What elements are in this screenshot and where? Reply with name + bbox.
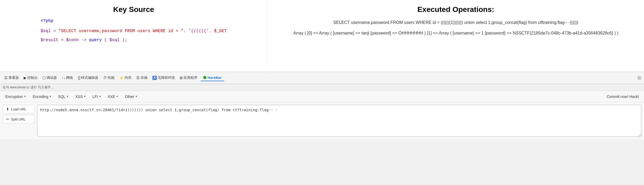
commit-now-label: Commit now! xyxy=(607,94,628,99)
executed-ops-panel: Executed Operations: SELECT username,pas… xyxy=(268,0,644,72)
split-url-label: Split URL xyxy=(11,117,26,121)
menu-other-label: Other xyxy=(125,94,134,99)
debugger-label: 调试器 xyxy=(46,75,57,80)
menu-sql[interactable]: SQL ▼ xyxy=(55,93,71,100)
console-icon: ▶ xyxy=(24,76,27,80)
key-source-title: Key Source xyxy=(11,5,257,14)
menu-encryption-label: Encryption xyxy=(5,94,23,99)
menu-lfi[interactable]: LFI ▼ xyxy=(90,93,104,100)
load-url-button[interactable]: ⬇ Load URL xyxy=(3,105,35,113)
hackbar-menubar: Encryption ▼ Encoding ▼ SQL ▼ XSS ▼ LFI … xyxy=(0,91,644,102)
style-editor-label: 样式编辑器 xyxy=(81,75,98,80)
xss-arrow-icon: ▼ xyxy=(83,95,86,98)
other-arrow-icon: ▼ xyxy=(135,95,138,98)
toolbar-application[interactable]: ⊞ 应用程序 xyxy=(178,75,199,81)
memory-label: 内存 xyxy=(125,75,132,80)
xxe-arrow-icon: ▼ xyxy=(116,95,118,98)
menu-xxe-label: XXE xyxy=(108,94,115,99)
executed-result: Array ( [0] => Array ( [username] => tan… xyxy=(283,30,628,37)
hackbar-content: ⬇ Load URL ✂ Split URL http://node5.anna… xyxy=(0,102,644,139)
code-block: <?php $sql = "SELECT username,password F… xyxy=(41,19,227,42)
key-source-panel: Key Source <?php $sql = "SELECT username… xyxy=(0,0,268,72)
toolbar-memory[interactable]: ⚡ 内存 xyxy=(118,75,133,81)
toolbar-console[interactable]: ▶ 控制台 xyxy=(22,75,39,81)
menu-encoding[interactable]: Encoding ▼ xyxy=(30,93,54,100)
application-icon: ⊞ xyxy=(180,76,183,80)
inspector-icon: ☰ xyxy=(4,76,8,80)
encryption-arrow-icon: ▼ xyxy=(24,95,26,98)
encoding-arrow-icon: ▼ xyxy=(49,95,52,98)
menu-xxe[interactable]: XXE ▼ xyxy=(105,93,121,100)
menu-encoding-label: Encoding xyxy=(33,94,48,99)
network-icon: ↑↓ xyxy=(62,76,65,80)
hackbar-sidebar: ⬇ Load URL ✂ Split URL xyxy=(3,105,35,123)
debugger-icon: ⬡ xyxy=(43,76,46,80)
executed-ops-title: Executed Operations: xyxy=(283,5,628,14)
hackbar-tab[interactable]: HackBar xyxy=(201,75,224,81)
inspector-label: 查看器 xyxy=(9,75,19,80)
application-label: 应用程序 xyxy=(184,75,197,80)
top-area: Key Source <?php $sql = "SELECT username… xyxy=(0,0,644,72)
sql-variable: $sql xyxy=(41,29,51,33)
hackbar-panel: Encryption ▼ Encoding ▼ SQL ▼ XSS ▼ LFI … xyxy=(0,91,644,139)
toolbar-performance[interactable]: ⏱ 性能 xyxy=(101,75,116,81)
toolbar-network[interactable]: ↑↓ 网络 xyxy=(60,75,75,81)
hackbar-tab-label: HackBar xyxy=(207,76,222,80)
toolbar-debugger[interactable]: ⬡ 调试器 xyxy=(41,75,58,81)
menu-lfi-label: LFI xyxy=(92,94,98,99)
performance-label: 性能 xyxy=(108,75,115,80)
toolbar-storage[interactable]: ☰ 存储 xyxy=(135,75,149,81)
toolbar-accessibility[interactable]: ♿ 无障碍环境 xyxy=(151,75,176,81)
commit-now-button[interactable]: Commit now! Hackl xyxy=(604,93,641,100)
php-tag: <?php xyxy=(41,19,53,23)
menu-sql-label: SQL xyxy=(58,94,65,99)
load-url-label: Load URL xyxy=(11,107,27,111)
menu-xss-label: XSS xyxy=(75,94,83,99)
hackbar-dot-icon xyxy=(203,76,206,79)
menu-other[interactable]: Other ▼ xyxy=(122,93,140,100)
split-url-icon: ✂ xyxy=(6,117,9,121)
lfi-arrow-icon: ▼ xyxy=(99,95,101,98)
style-editor-icon: {} xyxy=(78,76,80,80)
network-label: 网络 xyxy=(66,75,73,80)
split-url-button[interactable]: ✂ Split URL xyxy=(3,115,35,123)
executed-query: SELECT username,password FROM users WHER… xyxy=(283,19,628,26)
menu-xss[interactable]: XSS ▼ xyxy=(73,93,89,100)
accessibility-label: 无障碍环境 xyxy=(158,75,175,80)
performance-icon: ⏱ xyxy=(103,76,107,80)
load-url-icon: ⬇ xyxy=(6,107,9,111)
console-label: 控制台 xyxy=(27,75,38,80)
memory-icon: ⚡ xyxy=(119,76,124,80)
tls-notice-text: 在与 www.dmoe.cc 进行 TLS 握手... xyxy=(3,85,53,89)
storage-label: 存储 xyxy=(141,75,147,80)
tls-notice-bar: 在与 www.dmoe.cc 进行 TLS 握手... xyxy=(0,84,644,91)
result-variable: $result xyxy=(41,38,58,42)
hackl-label: Hackl xyxy=(629,94,639,99)
storage-icon: ☰ xyxy=(136,76,140,80)
browser-toolbar: ☰ 查看器 ▶ 控制台 ⬡ 调试器 ↑↓ 网络 {} 样式编辑器 ⏱ 性能 ⚡ … xyxy=(0,72,644,84)
toolbar-style-editor[interactable]: {} 样式编辑器 xyxy=(76,75,100,81)
url-input[interactable]: http://node5.anna.nssctf.cn:28461/?id=1)… xyxy=(37,105,641,137)
sql-string: "SELECT username,password FROM users WHE… xyxy=(58,29,186,33)
sql-arrow-icon: ▼ xyxy=(66,95,69,98)
menu-encryption[interactable]: Encryption ▼ xyxy=(3,93,29,100)
accessibility-icon: ♿ xyxy=(152,76,157,80)
close-icon[interactable]: ⊠ xyxy=(637,75,641,81)
toolbar-inspector[interactable]: ☰ 查看器 xyxy=(3,75,20,81)
